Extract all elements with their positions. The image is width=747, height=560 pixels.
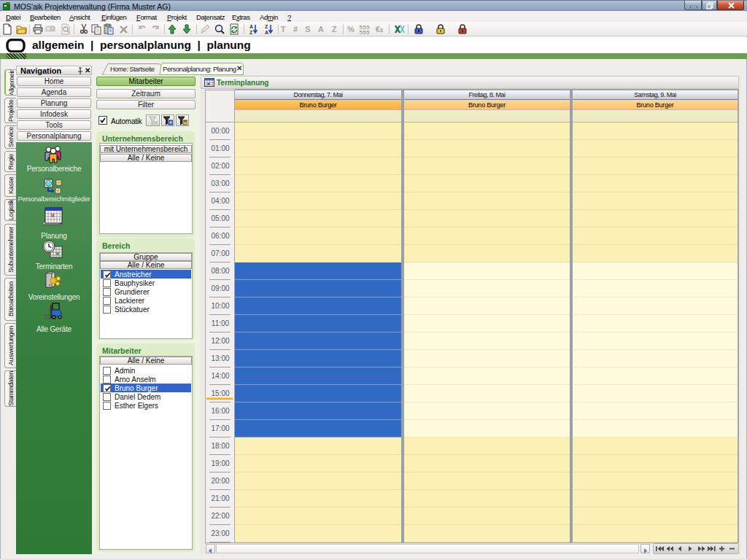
svg-text:A: A [265,30,268,35]
svg-text:Z: Z [249,30,253,35]
svg-text:A: A [249,24,253,29]
svg-text:Z: Z [265,24,268,29]
